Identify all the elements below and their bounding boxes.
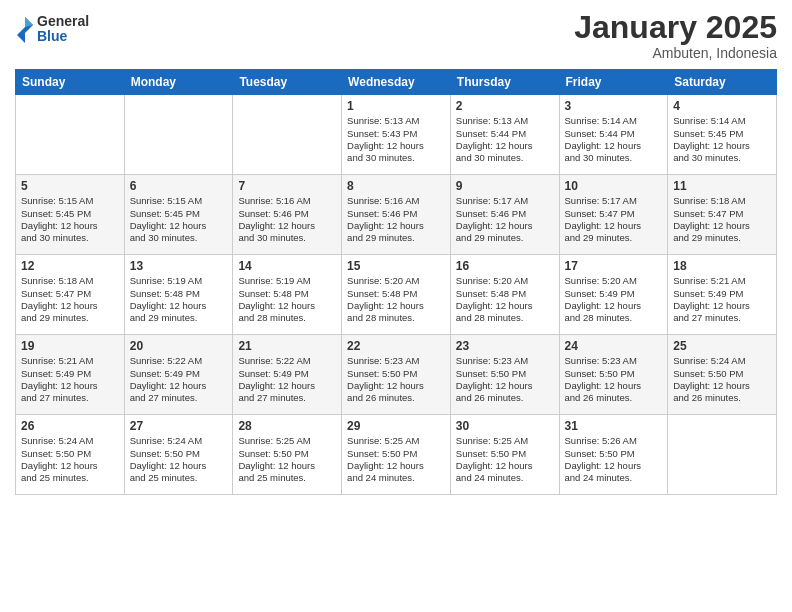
day-number: 11 [673, 179, 771, 193]
logo-general-text: General [37, 14, 89, 29]
day-info: Sunrise: 5:20 AM Sunset: 5:49 PM Dayligh… [565, 275, 663, 324]
calendar-cell: 16Sunrise: 5:20 AM Sunset: 5:48 PM Dayli… [450, 255, 559, 335]
calendar-cell: 5Sunrise: 5:15 AM Sunset: 5:45 PM Daylig… [16, 175, 125, 255]
calendar-cell: 7Sunrise: 5:16 AM Sunset: 5:46 PM Daylig… [233, 175, 342, 255]
calendar-cell [233, 95, 342, 175]
calendar-cell: 30Sunrise: 5:25 AM Sunset: 5:50 PM Dayli… [450, 415, 559, 495]
day-number: 20 [130, 339, 228, 353]
calendar-cell: 29Sunrise: 5:25 AM Sunset: 5:50 PM Dayli… [342, 415, 451, 495]
day-info: Sunrise: 5:16 AM Sunset: 5:46 PM Dayligh… [347, 195, 445, 244]
day-info: Sunrise: 5:21 AM Sunset: 5:49 PM Dayligh… [21, 355, 119, 404]
day-number: 25 [673, 339, 771, 353]
day-number: 12 [21, 259, 119, 273]
day-info: Sunrise: 5:25 AM Sunset: 5:50 PM Dayligh… [347, 435, 445, 484]
day-number: 3 [565, 99, 663, 113]
day-number: 14 [238, 259, 336, 273]
logo-text: General Blue [37, 14, 89, 45]
day-info: Sunrise: 5:14 AM Sunset: 5:45 PM Dayligh… [673, 115, 771, 164]
col-monday: Monday [124, 70, 233, 95]
day-number: 10 [565, 179, 663, 193]
calendar-week-2: 5Sunrise: 5:15 AM Sunset: 5:45 PM Daylig… [16, 175, 777, 255]
header: General Blue January 2025 Ambuten, Indon… [15, 10, 777, 61]
calendar-cell: 3Sunrise: 5:14 AM Sunset: 5:44 PM Daylig… [559, 95, 668, 175]
day-info: Sunrise: 5:25 AM Sunset: 5:50 PM Dayligh… [456, 435, 554, 484]
calendar-cell: 8Sunrise: 5:16 AM Sunset: 5:46 PM Daylig… [342, 175, 451, 255]
calendar-cell: 14Sunrise: 5:19 AM Sunset: 5:48 PM Dayli… [233, 255, 342, 335]
day-info: Sunrise: 5:23 AM Sunset: 5:50 PM Dayligh… [565, 355, 663, 404]
calendar-week-3: 12Sunrise: 5:18 AM Sunset: 5:47 PM Dayli… [16, 255, 777, 335]
day-info: Sunrise: 5:13 AM Sunset: 5:44 PM Dayligh… [456, 115, 554, 164]
calendar-cell: 1Sunrise: 5:13 AM Sunset: 5:43 PM Daylig… [342, 95, 451, 175]
day-number: 19 [21, 339, 119, 353]
calendar-week-5: 26Sunrise: 5:24 AM Sunset: 5:50 PM Dayli… [16, 415, 777, 495]
calendar-cell: 17Sunrise: 5:20 AM Sunset: 5:49 PM Dayli… [559, 255, 668, 335]
calendar-cell: 24Sunrise: 5:23 AM Sunset: 5:50 PM Dayli… [559, 335, 668, 415]
day-number: 29 [347, 419, 445, 433]
day-info: Sunrise: 5:15 AM Sunset: 5:45 PM Dayligh… [130, 195, 228, 244]
day-number: 26 [21, 419, 119, 433]
calendar-cell: 11Sunrise: 5:18 AM Sunset: 5:47 PM Dayli… [668, 175, 777, 255]
day-number: 28 [238, 419, 336, 433]
day-number: 13 [130, 259, 228, 273]
calendar-cell: 10Sunrise: 5:17 AM Sunset: 5:47 PM Dayli… [559, 175, 668, 255]
calendar-cell [124, 95, 233, 175]
logo-blue-text: Blue [37, 29, 89, 44]
day-number: 9 [456, 179, 554, 193]
title-section: January 2025 Ambuten, Indonesia [574, 10, 777, 61]
calendar-cell: 12Sunrise: 5:18 AM Sunset: 5:47 PM Dayli… [16, 255, 125, 335]
month-title: January 2025 [574, 10, 777, 45]
day-number: 7 [238, 179, 336, 193]
calendar-cell: 15Sunrise: 5:20 AM Sunset: 5:48 PM Dayli… [342, 255, 451, 335]
day-info: Sunrise: 5:22 AM Sunset: 5:49 PM Dayligh… [238, 355, 336, 404]
day-info: Sunrise: 5:24 AM Sunset: 5:50 PM Dayligh… [673, 355, 771, 404]
day-info: Sunrise: 5:23 AM Sunset: 5:50 PM Dayligh… [456, 355, 554, 404]
calendar-cell: 18Sunrise: 5:21 AM Sunset: 5:49 PM Dayli… [668, 255, 777, 335]
day-info: Sunrise: 5:20 AM Sunset: 5:48 PM Dayligh… [347, 275, 445, 324]
calendar-cell: 26Sunrise: 5:24 AM Sunset: 5:50 PM Dayli… [16, 415, 125, 495]
day-info: Sunrise: 5:15 AM Sunset: 5:45 PM Dayligh… [21, 195, 119, 244]
day-info: Sunrise: 5:13 AM Sunset: 5:43 PM Dayligh… [347, 115, 445, 164]
col-thursday: Thursday [450, 70, 559, 95]
day-info: Sunrise: 5:18 AM Sunset: 5:47 PM Dayligh… [673, 195, 771, 244]
day-info: Sunrise: 5:21 AM Sunset: 5:49 PM Dayligh… [673, 275, 771, 324]
day-number: 31 [565, 419, 663, 433]
day-number: 15 [347, 259, 445, 273]
day-info: Sunrise: 5:17 AM Sunset: 5:46 PM Dayligh… [456, 195, 554, 244]
day-number: 6 [130, 179, 228, 193]
calendar-cell: 6Sunrise: 5:15 AM Sunset: 5:45 PM Daylig… [124, 175, 233, 255]
day-number: 24 [565, 339, 663, 353]
day-info: Sunrise: 5:20 AM Sunset: 5:48 PM Dayligh… [456, 275, 554, 324]
day-number: 1 [347, 99, 445, 113]
day-number: 23 [456, 339, 554, 353]
calendar-cell: 2Sunrise: 5:13 AM Sunset: 5:44 PM Daylig… [450, 95, 559, 175]
location: Ambuten, Indonesia [574, 45, 777, 61]
day-number: 22 [347, 339, 445, 353]
col-saturday: Saturday [668, 70, 777, 95]
day-info: Sunrise: 5:25 AM Sunset: 5:50 PM Dayligh… [238, 435, 336, 484]
day-info: Sunrise: 5:18 AM Sunset: 5:47 PM Dayligh… [21, 275, 119, 324]
day-number: 4 [673, 99, 771, 113]
day-info: Sunrise: 5:19 AM Sunset: 5:48 PM Dayligh… [130, 275, 228, 324]
col-sunday: Sunday [16, 70, 125, 95]
day-number: 18 [673, 259, 771, 273]
day-number: 8 [347, 179, 445, 193]
day-number: 21 [238, 339, 336, 353]
day-info: Sunrise: 5:14 AM Sunset: 5:44 PM Dayligh… [565, 115, 663, 164]
day-number: 5 [21, 179, 119, 193]
calendar-cell: 25Sunrise: 5:24 AM Sunset: 5:50 PM Dayli… [668, 335, 777, 415]
day-number: 2 [456, 99, 554, 113]
calendar-cell [16, 95, 125, 175]
calendar-cell: 31Sunrise: 5:26 AM Sunset: 5:50 PM Dayli… [559, 415, 668, 495]
calendar-cell: 27Sunrise: 5:24 AM Sunset: 5:50 PM Dayli… [124, 415, 233, 495]
day-number: 27 [130, 419, 228, 433]
calendar-cell: 19Sunrise: 5:21 AM Sunset: 5:49 PM Dayli… [16, 335, 125, 415]
day-info: Sunrise: 5:23 AM Sunset: 5:50 PM Dayligh… [347, 355, 445, 404]
calendar-week-1: 1Sunrise: 5:13 AM Sunset: 5:43 PM Daylig… [16, 95, 777, 175]
day-number: 17 [565, 259, 663, 273]
day-info: Sunrise: 5:22 AM Sunset: 5:49 PM Dayligh… [130, 355, 228, 404]
calendar-cell: 13Sunrise: 5:19 AM Sunset: 5:48 PM Dayli… [124, 255, 233, 335]
day-info: Sunrise: 5:16 AM Sunset: 5:46 PM Dayligh… [238, 195, 336, 244]
calendar-cell: 4Sunrise: 5:14 AM Sunset: 5:45 PM Daylig… [668, 95, 777, 175]
col-wednesday: Wednesday [342, 70, 451, 95]
calendar-cell [668, 415, 777, 495]
